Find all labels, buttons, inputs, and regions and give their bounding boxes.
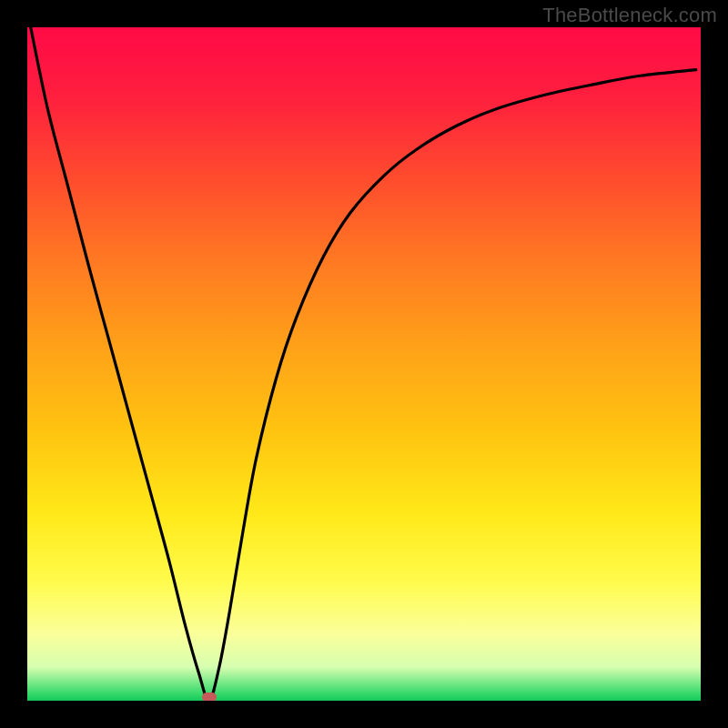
plot-area: [27, 27, 701, 701]
optimal-point-marker: [202, 693, 217, 701]
chart-frame: TheBottleneck.com: [0, 0, 728, 728]
bottleneck-curve: [31, 27, 696, 701]
watermark-text: TheBottleneck.com: [542, 4, 717, 27]
curve-svg: [27, 27, 701, 701]
